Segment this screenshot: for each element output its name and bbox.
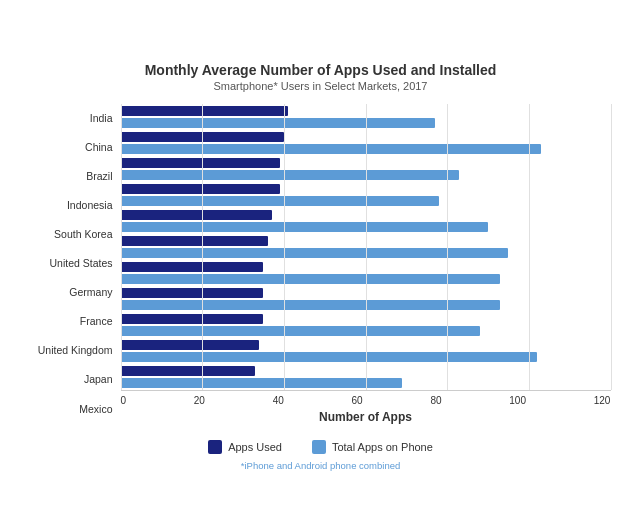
y-label: Japan <box>31 371 113 388</box>
y-label: Brazil <box>31 168 113 185</box>
y-label: Germany <box>31 284 113 301</box>
y-label: United Kingdom <box>31 342 113 359</box>
legend-box-used <box>208 440 222 454</box>
bar-light <box>121 248 509 258</box>
bar-light <box>121 274 501 284</box>
bar-dark <box>121 236 268 246</box>
bar-dark <box>121 106 288 116</box>
bar-dark <box>121 158 280 168</box>
bar-light <box>121 352 538 362</box>
x-axis-label: 80 <box>430 395 441 406</box>
bar-dark <box>121 366 256 376</box>
bars-area: 020406080100120 Number of Apps <box>121 104 611 424</box>
bar-light <box>121 300 501 310</box>
y-label: India <box>31 110 113 127</box>
grid-line <box>121 104 122 390</box>
legend: Apps Used Total Apps on Phone <box>31 434 611 454</box>
legend-item-used: Apps Used <box>208 440 282 454</box>
x-axis-label: 0 <box>121 395 127 406</box>
chart-container: Monthly Average Number of Apps Used and … <box>11 46 631 481</box>
x-axis-label: 120 <box>594 395 611 406</box>
y-label: South Korea <box>31 226 113 243</box>
footnote: *iPhone and Android phone combined <box>31 460 611 471</box>
bar-light <box>121 118 435 128</box>
legend-box-total <box>312 440 326 454</box>
legend-item-total: Total Apps on Phone <box>312 440 433 454</box>
y-label: Mexico <box>31 401 113 418</box>
bar-light <box>121 144 542 154</box>
bar-light <box>121 378 403 388</box>
grid-line <box>366 104 367 390</box>
bar-dark <box>121 262 264 272</box>
x-axis-label: 60 <box>352 395 363 406</box>
bar-dark <box>121 288 264 298</box>
y-label: United States <box>31 255 113 272</box>
bar-dark <box>121 210 272 220</box>
grid-line <box>529 104 530 390</box>
grid-line <box>202 104 203 390</box>
y-labels: IndiaChinaBrazilIndonesiaSouth KoreaUnit… <box>31 104 121 424</box>
grid-line <box>447 104 448 390</box>
bar-light <box>121 222 489 232</box>
chart-subtitle: Smartphone* Users in Select Markets, 201… <box>31 80 611 92</box>
y-label: France <box>31 313 113 330</box>
chart-title: Monthly Average Number of Apps Used and … <box>31 62 611 78</box>
x-axis-label: 20 <box>194 395 205 406</box>
chart-area: IndiaChinaBrazilIndonesiaSouth KoreaUnit… <box>31 104 611 424</box>
x-axis-label: 100 <box>509 395 526 406</box>
y-label: China <box>31 139 113 156</box>
bar-light <box>121 170 460 180</box>
bars-inner <box>121 104 611 390</box>
grid-line <box>611 104 612 390</box>
grid-line <box>284 104 285 390</box>
bar-dark <box>121 184 280 194</box>
bar-dark <box>121 340 260 350</box>
bar-light <box>121 196 440 206</box>
bar-light <box>121 326 480 336</box>
bar-dark <box>121 314 264 324</box>
legend-label-used: Apps Used <box>228 441 282 453</box>
x-axis-label: 40 <box>273 395 284 406</box>
x-axis-labels: 020406080100120 <box>121 390 611 406</box>
y-label: Indonesia <box>31 197 113 214</box>
legend-label-total: Total Apps on Phone <box>332 441 433 453</box>
x-axis-title: Number of Apps <box>121 410 611 424</box>
